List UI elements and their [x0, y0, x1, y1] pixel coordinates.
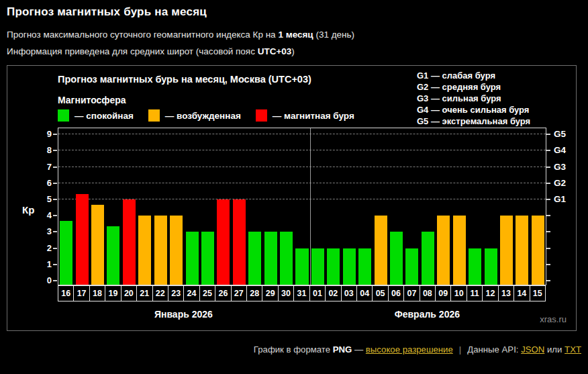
- dash-text: —: [352, 344, 366, 355]
- day-label-30: 30: [278, 285, 294, 301]
- day-label-26: 26: [215, 285, 231, 301]
- day-label-08: 08: [420, 285, 436, 301]
- legend-label-unsettled: — возбужденная: [165, 111, 241, 121]
- g-axis-label-G4: G4: [554, 145, 566, 156]
- day-label-28: 28: [246, 285, 262, 301]
- kp-bar-14: [516, 216, 528, 285]
- legend-item-unsettled: — возбужденная: [148, 109, 241, 122]
- gridline-kp-8: [58, 150, 546, 150]
- y-tick-label-9: 9: [34, 129, 52, 140]
- kp-bar-03: [343, 248, 356, 285]
- kp-bar-24: [186, 232, 199, 285]
- subtitle1-suffix: (31 день): [313, 30, 354, 40]
- y-tick-right-2: [546, 248, 550, 249]
- kp-bar-06: [390, 232, 403, 285]
- day-label-05: 05: [372, 285, 388, 301]
- day-label-12: 12: [482, 285, 498, 301]
- day-label-21: 21: [136, 285, 152, 301]
- day-label-01: 01: [309, 285, 326, 301]
- kp-bar-20: [123, 199, 136, 285]
- kp-bar-26: [217, 199, 230, 285]
- png-format-label: PNG: [333, 344, 352, 355]
- kp-bar-19: [107, 226, 119, 285]
- kp-bar-16: [60, 221, 72, 285]
- kp-bar-18: [91, 205, 104, 285]
- g-axis-label-G5: G5: [554, 129, 566, 140]
- storm-scale-line-5: G5 — экстремальная буря: [417, 115, 530, 127]
- day-label-03: 03: [341, 285, 357, 301]
- y-tick-right-3: [546, 231, 550, 232]
- y-tick-label-1: 1: [34, 259, 52, 270]
- kp-bar-28: [248, 232, 261, 285]
- kp-bar-23: [170, 216, 183, 285]
- gridline-kp-6: [58, 183, 546, 183]
- day-label-18: 18: [89, 285, 105, 301]
- legend-item-storm: — магнитная буря: [256, 109, 354, 122]
- y-tick-label-5: 5: [34, 194, 52, 205]
- kp-bar-09: [437, 216, 450, 285]
- storm-scale-line-1: G1 — слабая буря: [417, 70, 530, 81]
- day-label-29: 29: [262, 285, 278, 301]
- month-label-2: Февраль 2026: [395, 309, 460, 320]
- y-tick-label-7: 7: [34, 162, 52, 173]
- footer: График в формате PNG — высокое разрешени…: [254, 344, 581, 355]
- storm-scale-line-2: G2 — средняя буря: [417, 81, 530, 93]
- y-tick-left-0: [53, 280, 57, 281]
- legend-label-storm: — магнитная буря: [273, 111, 354, 121]
- gridline-kp-7: [58, 167, 546, 167]
- day-label-11: 11: [467, 285, 483, 301]
- y-tick-left-3: [53, 231, 57, 232]
- kp-bar-02: [327, 248, 340, 285]
- high-resolution-link[interactable]: высокое разрешение: [366, 344, 453, 355]
- kp-bar-13: [500, 216, 513, 285]
- page-header: Прогноз магнитных бурь на месяц Прогноз …: [7, 5, 354, 56]
- day-label-06: 06: [388, 285, 404, 301]
- plot-area: [58, 128, 546, 285]
- legend-swatch-storm: [256, 109, 267, 122]
- day-label-07: 07: [403, 285, 420, 301]
- legend-swatch-unsettled: [148, 109, 160, 122]
- json-api-link[interactable]: JSON: [521, 344, 544, 355]
- day-label-25: 25: [199, 285, 215, 301]
- y-tick-right-1: [546, 264, 550, 265]
- day-label-02: 02: [325, 285, 341, 301]
- api-data-text: Данные API:: [467, 344, 521, 355]
- month-label-1: Январь 2026: [154, 309, 213, 320]
- day-label-31: 31: [293, 285, 309, 301]
- day-label-27: 27: [231, 285, 247, 301]
- g-axis-label-G1: G1: [554, 194, 566, 205]
- subtitle-line-2: Информация приведена для средних широт (…: [7, 46, 354, 56]
- y-tick-label-2: 2: [34, 243, 52, 254]
- kp-bar-10: [453, 216, 466, 285]
- day-label-16: 16: [58, 285, 74, 301]
- day-label-10: 10: [450, 285, 467, 301]
- day-label-17: 17: [73, 285, 89, 301]
- kp-bar-04: [358, 248, 371, 285]
- y-tick-label-8: 8: [34, 145, 52, 156]
- day-label-09: 09: [435, 285, 451, 301]
- kp-bar-05: [375, 216, 387, 285]
- y-tick-label-3: 3: [34, 226, 52, 237]
- kp-bar-30: [280, 232, 293, 285]
- chart-format-text: График в формате: [254, 344, 333, 355]
- txt-api-link[interactable]: TXT: [565, 344, 581, 355]
- watermark: xras.ru: [540, 314, 567, 324]
- kp-bar-01: [311, 248, 324, 285]
- subtitle2-prefix: Информация приведена для средних широт (…: [7, 46, 258, 56]
- y-tick-right-5: [546, 199, 550, 200]
- y-tick-right-6: [546, 183, 550, 184]
- kp-bar-08: [422, 232, 434, 285]
- y-tick-label-0: 0: [34, 275, 52, 286]
- day-label-14: 14: [513, 285, 530, 301]
- day-label-20: 20: [121, 285, 137, 301]
- subtitle2-bold: UTC+03: [258, 46, 292, 56]
- chart-title: Прогноз магнитных бурь на месяц, Москва …: [58, 74, 311, 85]
- storm-scale-line-4: G4 — очень сильная буря: [417, 104, 530, 115]
- kp-bar-31: [295, 248, 308, 285]
- y-tick-right-0: [546, 280, 550, 281]
- kp-bar-15: [532, 216, 544, 285]
- storm-scale-legend: G1 — слабая буряG2 — средняя буряG3 — си…: [417, 70, 530, 127]
- subtitle-line-1: Прогноз максимального суточного геомагни…: [7, 30, 354, 40]
- y-tick-left-2: [53, 248, 57, 249]
- day-label-22: 22: [152, 285, 168, 301]
